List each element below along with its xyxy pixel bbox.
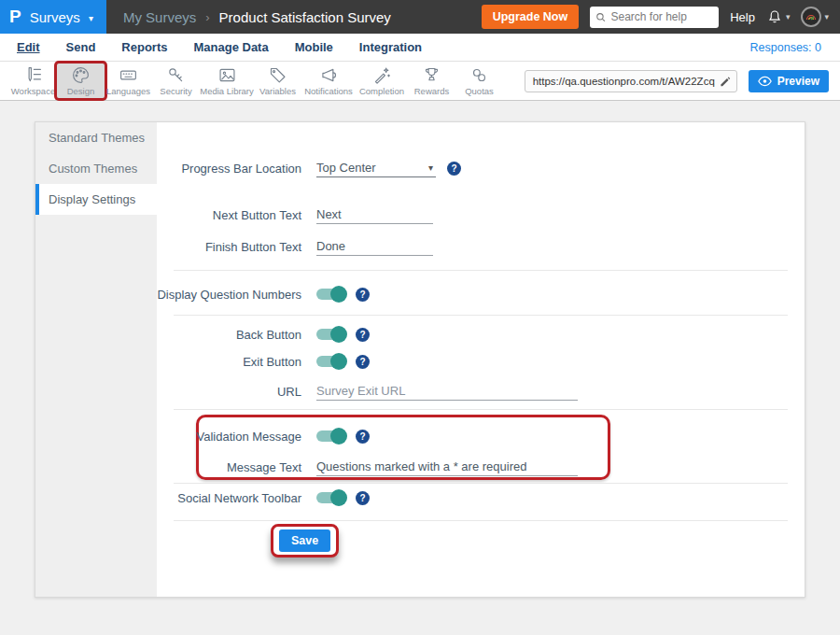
magic-wand-icon [372, 65, 392, 85]
chevron-down-icon: ▾ [89, 13, 93, 23]
exit-url-input[interactable] [316, 382, 578, 401]
help-icon[interactable]: ? [356, 288, 370, 302]
eye-icon [758, 76, 772, 87]
nav-tab-send[interactable]: Send [66, 40, 96, 54]
toolbar-item-media-library[interactable]: Media Library [200, 64, 254, 98]
toolbar-item-design[interactable]: Design [57, 64, 105, 98]
help-icon[interactable]: ? [356, 430, 370, 444]
chevron-down-icon: ▾ [786, 12, 791, 21]
product-menu-label: Surveys [30, 9, 80, 25]
sidebar-item-standard-themes[interactable]: Standard Themes [35, 122, 157, 153]
divider [174, 270, 788, 271]
keyboard-icon [119, 65, 138, 85]
toolbar-item-quotas[interactable]: Quotas [455, 64, 503, 98]
progress-bar-location-label: Progress Bar Location [157, 162, 301, 176]
workspace-icon [23, 65, 43, 85]
help-link[interactable]: Help [730, 10, 755, 24]
display-question-numbers-label: Display Question Numbers [157, 288, 301, 302]
survey-url-field[interactable]: https://qa.questionpro.com/t/AW22Zcq2J [525, 70, 737, 92]
breadcrumb-separator-icon: › [205, 10, 209, 24]
help-icon[interactable]: ? [447, 162, 461, 176]
next-button-text-label: Next Button Text [157, 208, 301, 222]
toolbar-item-languages[interactable]: Languages [105, 64, 152, 98]
help-icon[interactable]: ? [356, 355, 370, 369]
chevron-down-icon: ▾ [824, 12, 829, 21]
exit-button-toggle[interactable] [316, 356, 344, 367]
finish-button-text-label: Finish Button Text [157, 240, 301, 254]
message-text-input[interactable] [316, 458, 578, 476]
nav-tab-reports[interactable]: Reports [121, 40, 167, 54]
validation-message-label: Validation Message [157, 430, 301, 444]
breadcrumb-current-survey: Product Satisfaction Survey [219, 9, 391, 25]
save-button[interactable]: Save [279, 529, 330, 552]
divider [174, 409, 788, 410]
search-icon [595, 11, 606, 23]
trophy-icon [422, 65, 441, 85]
back-button-label: Back Button [157, 328, 301, 342]
progress-bar-location-select[interactable]: Top Center ▾ [316, 159, 436, 177]
design-settings-panel: Standard Themes Custom Themes Display Se… [35, 121, 805, 598]
upgrade-now-button[interactable]: Upgrade Now [482, 5, 580, 29]
divider [174, 315, 788, 316]
help-search-box[interactable] [590, 7, 719, 28]
breadcrumb-my-surveys[interactable]: My Surveys [123, 9, 196, 25]
toolbar-item-notifications[interactable]: Notifications [301, 64, 356, 98]
questionpro-logo: P [9, 7, 21, 27]
nav-tab-integration[interactable]: Integration [359, 40, 422, 54]
exit-url-row: URL [157, 381, 805, 402]
toolbar-item-security[interactable]: Security [152, 64, 200, 98]
toggle-knob [330, 286, 347, 303]
toggle-knob [330, 428, 347, 444]
breadcrumb: My Surveys › Product Satisfaction Survey [123, 9, 391, 25]
edit-toolbar: Workspace Design Languages Security Medi… [0, 62, 840, 101]
nav-tab-manage-data[interactable]: Manage Data [193, 40, 268, 54]
exit-button-label: Exit Button [157, 355, 301, 369]
social-network-toolbar-toggle[interactable] [316, 492, 344, 503]
notifications-bell-menu[interactable]: ▾ [766, 8, 791, 25]
responses-count[interactable]: Responses: 0 [750, 41, 821, 54]
sidebar-item-display-settings[interactable]: Display Settings [35, 184, 157, 215]
toolbar-item-completion[interactable]: Completion [356, 64, 408, 98]
divider [174, 520, 788, 521]
survey-nav-bar: Edit Send Reports Manage Data Mobile Int… [0, 34, 840, 62]
image-icon [217, 65, 237, 85]
next-button-text-row: Next Button Text [157, 205, 805, 225]
design-palette-icon [71, 65, 91, 85]
divider [174, 483, 788, 484]
message-text-label: Message Text [157, 460, 301, 474]
toolbar-item-variables[interactable]: Variables [254, 64, 301, 98]
progress-bar-location-row: Progress Bar Location Top Center ▾ ? [157, 158, 805, 178]
bell-icon [766, 8, 783, 25]
edit-pencil-icon[interactable] [719, 75, 731, 87]
save-annotation-box: Save [271, 524, 339, 557]
toolbar-item-rewards[interactable]: Rewards [408, 64, 455, 98]
nav-tab-mobile[interactable]: Mobile [295, 40, 333, 54]
survey-url-text: https://qa.questionpro.com/t/AW22Zcq2J [533, 76, 715, 87]
display-settings-form: Progress Bar Location Top Center ▾ ? Nex… [157, 122, 805, 597]
finish-button-text-input[interactable] [316, 237, 433, 256]
message-text-row: Message Text [157, 457, 805, 477]
social-network-toolbar-label: Social Network Toolbar [157, 491, 301, 505]
key-icon [166, 65, 186, 85]
back-button-row: Back Button ? [157, 324, 805, 345]
toolbar-item-workspace[interactable]: Workspace [9, 64, 57, 98]
help-icon[interactable]: ? [356, 328, 370, 342]
help-icon[interactable]: ? [356, 491, 370, 505]
validation-message-toggle[interactable] [316, 430, 344, 442]
sidebar-item-custom-themes[interactable]: Custom Themes [35, 153, 157, 184]
finish-button-text-row: Finish Button Text [157, 236, 805, 257]
display-question-numbers-toggle[interactable] [316, 289, 344, 300]
toggle-knob [330, 353, 347, 370]
nav-tab-edit[interactable]: Edit [17, 40, 40, 54]
design-sidebar: Standard Themes Custom Themes Display Se… [35, 122, 157, 597]
links-icon [469, 65, 489, 85]
exit-url-label: URL [157, 385, 301, 399]
validation-message-row: Validation Message ? [157, 426, 805, 446]
surveys-product-menu[interactable]: P Surveys ▾ [0, 0, 106, 34]
social-network-toolbar-row: Social Network Toolbar ? [157, 487, 805, 508]
account-menu[interactable]: ▾ [801, 7, 829, 27]
preview-button[interactable]: Preview [749, 70, 829, 92]
search-input[interactable] [611, 10, 714, 23]
next-button-text-input[interactable] [316, 205, 433, 224]
back-button-toggle[interactable] [316, 329, 344, 340]
